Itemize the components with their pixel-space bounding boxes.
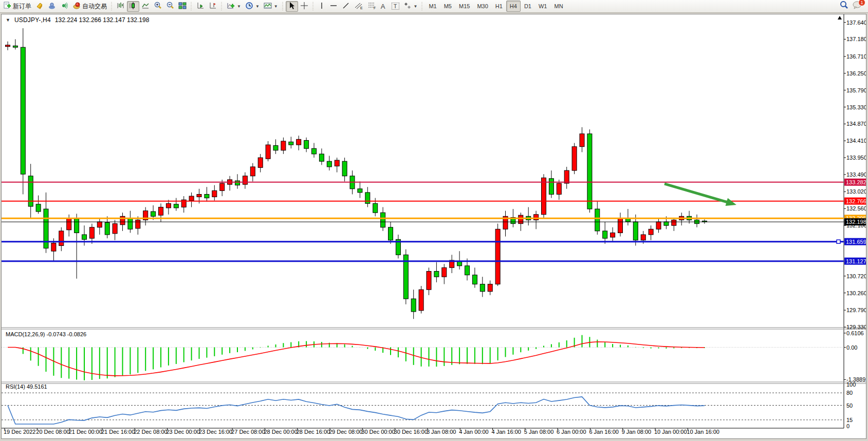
indicators-button[interactable]: ▼ (225, 1, 243, 12)
community-icon (48, 2, 56, 11)
candle (557, 183, 561, 194)
chart-window[interactable]: ▼ USDJPY-,H4 132.224 132.266 132.147 132… (1, 14, 866, 439)
timeframe-group: M1M5M15M30H1H4D1W1MN (425, 1, 566, 12)
tile-windows-icon (178, 2, 187, 11)
arrows-button[interactable]: ▼ (401, 1, 420, 12)
timeframe-button-m30[interactable]: M30 (473, 1, 491, 12)
trend-arrow-line[interactable] (664, 184, 729, 203)
time-tick-label: 9 Jan 08:00 (622, 429, 652, 435)
chart-menu-caret[interactable]: ▼ (6, 17, 10, 23)
periods-icon (245, 2, 253, 11)
candle (327, 161, 331, 167)
candle (243, 176, 247, 184)
text-button[interactable]: A (379, 1, 390, 12)
time-tick-label: 10 Jan 16:00 (687, 429, 719, 435)
autotrading-label: 自动交易 (82, 2, 107, 11)
periods-button[interactable]: ▼ (243, 1, 262, 12)
new-order-button[interactable]: 新订单 (1, 1, 33, 12)
price-tick-label: 130.260 (846, 290, 866, 296)
time-tick-label: 5 Jan 08:00 (524, 429, 554, 435)
timeframe-button-w1[interactable]: W1 (535, 1, 551, 12)
timeframe-button-mn[interactable]: MN (550, 1, 566, 12)
text-label-icon: T (392, 3, 399, 10)
search-icon[interactable] (839, 1, 848, 12)
time-tick-label: 23 Dec 00:00 (167, 429, 200, 435)
candles-group (6, 28, 707, 319)
horizontal-line-button[interactable] (327, 1, 340, 12)
cursor-button[interactable] (286, 1, 298, 12)
bar-chart-button[interactable] (115, 1, 127, 12)
chart-canvas[interactable]: 137.640137.180136.710136.250135.790135.3… (2, 14, 866, 438)
candle (212, 190, 217, 197)
price-tick-label: 130.720 (846, 273, 866, 279)
timeframe-button-m15[interactable]: M15 (455, 1, 473, 12)
time-tick-label: 4 Jan 16:00 (492, 429, 522, 435)
line-chart-icon (141, 2, 150, 11)
candle (113, 224, 117, 234)
timeframe-button-h1[interactable]: H1 (492, 1, 506, 12)
price-tick-label: 134.870 (846, 121, 866, 127)
candle (174, 204, 178, 208)
candle (36, 204, 41, 212)
candle (457, 261, 462, 266)
auto-scroll-button[interactable] (194, 1, 207, 12)
candle (89, 227, 94, 238)
candle (542, 178, 546, 214)
candle (534, 215, 539, 220)
candle (649, 229, 653, 235)
candle (59, 231, 64, 246)
candle (672, 220, 676, 225)
trend-arrow-head[interactable] (726, 198, 736, 206)
trendline-button[interactable] (340, 1, 352, 12)
new-order-icon (3, 2, 11, 11)
candle (67, 218, 71, 230)
candle (266, 145, 270, 159)
zoom-in-button[interactable] (152, 1, 164, 12)
candle (611, 233, 615, 237)
candle (159, 207, 163, 215)
signals-icon (60, 2, 68, 11)
channel-button[interactable]: E (352, 1, 365, 12)
candle (411, 299, 416, 312)
candle (465, 266, 470, 275)
price-tick-label: 137.640 (846, 20, 866, 26)
chevron-down-icon: ▼ (274, 4, 278, 9)
market-button[interactable] (33, 1, 46, 12)
vertical-line-button[interactable] (316, 1, 327, 12)
fibonacci-button[interactable]: F (365, 1, 379, 12)
price-tick-label: 129.330 (846, 324, 866, 330)
bar-chart-icon (117, 2, 125, 11)
timeframe-button-h4[interactable]: H4 (506, 1, 521, 12)
candle (13, 46, 17, 47)
candle (373, 203, 378, 213)
time-tick-label: 23 Dec 16:00 (199, 429, 232, 435)
chart-shift-button[interactable] (207, 1, 219, 12)
candle (564, 170, 569, 183)
svg-text:F: F (374, 6, 376, 10)
autotrading-button[interactable]: 自动交易 (70, 1, 109, 12)
community-button[interactable] (46, 1, 58, 12)
svg-text:E: E (360, 6, 363, 10)
candle (51, 243, 56, 251)
signals-button[interactable] (58, 1, 70, 12)
main-toolbar: 新订单 自动交易 ▼ ▼ ▼ E F A T ▼ M1M5M15M30H1H4D… (0, 0, 868, 13)
candle (618, 218, 623, 233)
tile-windows-button[interactable] (176, 1, 189, 12)
timeframe-button-m1[interactable]: M1 (425, 1, 440, 12)
rsi-axis-label: 50 (846, 402, 853, 409)
line-handle[interactable] (837, 240, 840, 243)
text-label-button[interactable]: T (390, 1, 401, 12)
crosshair-button[interactable] (298, 1, 310, 12)
candlestick-chart-button[interactable] (127, 1, 139, 12)
templates-button[interactable]: ▼ (262, 1, 280, 12)
zoom-out-button[interactable] (164, 1, 176, 12)
line-chart-button[interactable] (139, 1, 152, 12)
notifications-button[interactable]: 1 (853, 1, 862, 11)
time-tick-label: 30 Dec 16:00 (394, 429, 428, 435)
timeframe-button-m5[interactable]: M5 (440, 1, 455, 12)
rsi-pane-label: RSI(14) 49.5161 (6, 384, 47, 390)
candle (434, 271, 439, 277)
candle (136, 220, 140, 228)
timeframe-button-d1[interactable]: D1 (521, 1, 535, 12)
candle (235, 181, 240, 185)
